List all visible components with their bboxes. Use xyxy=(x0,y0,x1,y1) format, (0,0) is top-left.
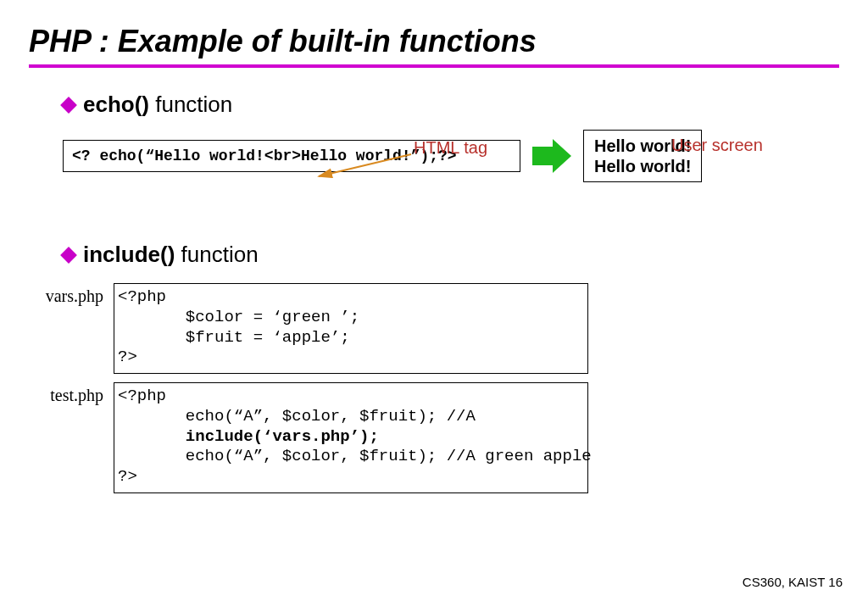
user-screen-label: User screen xyxy=(671,136,763,155)
slide-footer: CS360, KAIST 16 xyxy=(743,575,843,589)
file-box-vars: <?php $color = ‘green ’; $fruit = ‘apple… xyxy=(114,283,588,374)
arrow-right-icon xyxy=(532,139,571,173)
slide-title: PHP : Example of built-in functions xyxy=(29,24,839,59)
file-label-test: test.php xyxy=(29,382,114,405)
title-divider xyxy=(29,64,839,68)
file-label-vars: vars.php xyxy=(29,283,114,306)
bullet-echo-text: echo() function xyxy=(83,92,232,118)
footer-page: 16 xyxy=(828,575,843,589)
file-box-test: <?php echo(“A”, $color, $fruit); //A inc… xyxy=(114,382,588,493)
file-row-vars: vars.php <?php $color = ‘green ’; $fruit… xyxy=(29,283,839,374)
diamond-bullet-icon xyxy=(60,97,77,114)
bullet-echo-bold: echo() xyxy=(83,92,149,117)
bullet-include-bold: include() xyxy=(83,242,175,267)
diamond-bullet-icon xyxy=(60,247,77,264)
file-row-test: test.php <?php echo(“A”, $color, $fruit)… xyxy=(29,382,839,493)
bullet-include-text: include() function xyxy=(83,242,259,268)
output-line-2: Hello world! xyxy=(594,156,691,176)
html-tag-label: HTML tag xyxy=(414,138,487,158)
footer-course: CS360, KAIST xyxy=(743,575,825,589)
bullet-include-rest: function xyxy=(175,242,258,267)
bullet-include: include() function xyxy=(63,242,839,268)
bullet-echo: echo() function xyxy=(63,92,839,118)
bullet-echo-rest: function xyxy=(149,92,232,117)
